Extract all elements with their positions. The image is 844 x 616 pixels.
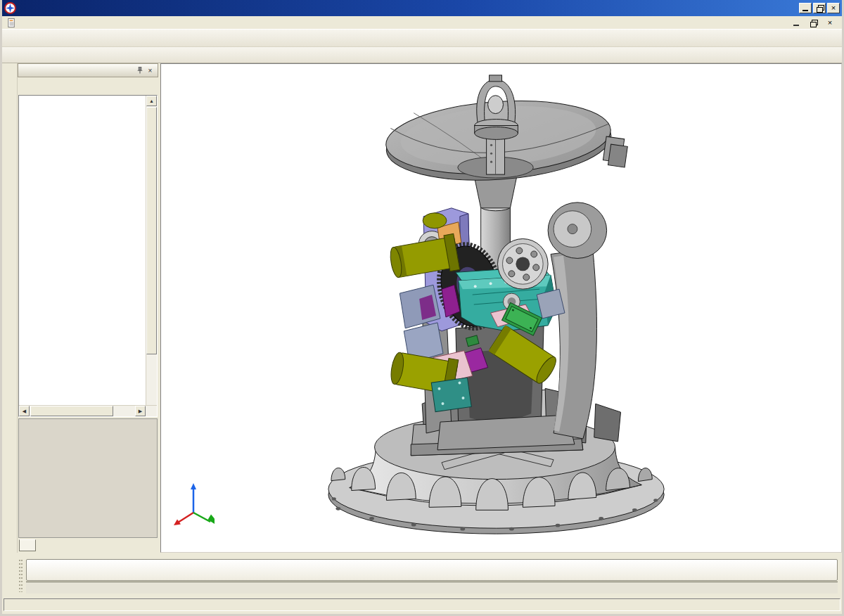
3d-viewport[interactable] [160, 63, 842, 553]
property-bar-grip[interactable] [19, 560, 23, 592]
property-bar-area [2, 553, 842, 598]
model-tree-listbox: ▲ ▼ ◀ ▶ [18, 95, 158, 417]
tab-postroenie[interactable] [19, 539, 36, 551]
model-tree-list [19, 96, 157, 405]
mdi-close-icon: × [828, 19, 832, 27]
scroll-right-button[interactable]: ▶ [135, 406, 146, 416]
tree-panel-empty-area [18, 418, 158, 538]
antenna-assembly-model [161, 64, 841, 552]
message-bar [26, 582, 838, 593]
menu-bar: × [2, 16, 842, 30]
coordinate-triad [170, 480, 223, 537]
status-text [4, 598, 840, 611]
mdi-minimize-button[interactable] [790, 18, 803, 28]
mdi-restore-button[interactable] [807, 18, 819, 28]
parabolic-dish [383, 75, 628, 208]
app-logo-icon [4, 2, 16, 14]
tree-vertical-scrollbar[interactable]: ▲ ▼ [146, 96, 157, 416]
scroll-thumb[interactable] [146, 107, 157, 354]
restore-button[interactable] [813, 3, 826, 13]
tree-horizontal-scrollbar[interactable]: ◀ ▶ [19, 405, 157, 416]
compact-instrument-panel [2, 63, 18, 553]
bottom-tab-row [18, 539, 158, 553]
close-button[interactable]: × [827, 3, 840, 13]
app-window: × × × ▲ [0, 0, 844, 616]
status-bar [2, 598, 842, 612]
dish-bracket [603, 136, 629, 167]
restore-icon [817, 5, 823, 11]
pin-button[interactable] [134, 65, 145, 75]
model-tree-toolbar [18, 77, 158, 95]
model-tree-header: × [18, 63, 158, 77]
flange-disc [498, 239, 549, 290]
panel-close-button[interactable]: × [145, 65, 155, 75]
scroll-up-button[interactable]: ▲ [146, 96, 157, 106]
close-icon: × [831, 4, 836, 12]
document-icon[interactable] [6, 18, 17, 28]
toolbar-standard-view [2, 30, 842, 47]
panel-close-icon: × [148, 67, 153, 75]
mdi-minimize-icon [793, 25, 799, 26]
title-bar: × [2, 0, 842, 16]
property-bar [26, 559, 838, 581]
model-tree-panel: × ▲ ▼ ◀ ▶ [18, 63, 158, 553]
pin-icon [136, 66, 144, 75]
scroll-thumb-h[interactable] [30, 406, 113, 416]
minimize-button[interactable] [799, 3, 812, 13]
mdi-close-button[interactable]: × [824, 18, 836, 28]
scroll-left-button[interactable]: ◀ [19, 406, 30, 416]
teal-bottom-plate [431, 378, 471, 412]
toolbar-current-state [2, 47, 842, 63]
minimize-icon [803, 10, 808, 11]
window-bottom-edge [2, 612, 842, 614]
mdi-restore-icon [810, 20, 817, 26]
